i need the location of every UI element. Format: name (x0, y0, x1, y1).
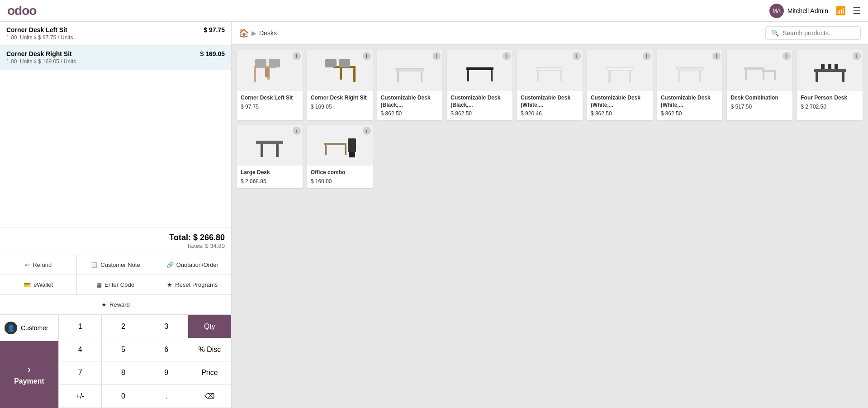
product-price: $ 97.75 (241, 104, 299, 110)
numpad-3[interactable]: 3 (145, 315, 188, 338)
customer-button[interactable]: 👤 Customer (0, 315, 58, 341)
breadcrumb-current: Desks (259, 29, 277, 37)
reward-button[interactable]: ★ Reward (0, 295, 231, 315)
svg-rect-34 (821, 64, 825, 69)
product-info-icon[interactable]: i (503, 52, 511, 60)
svg-rect-28 (745, 70, 747, 80)
enter-code-label: Enter Code (104, 281, 134, 288)
numpad-7[interactable]: 7 (59, 361, 102, 384)
breadcrumb-bar: 🏠 ▶ Desks 🔍 (232, 22, 868, 45)
product-info-icon[interactable]: i (853, 52, 861, 60)
product-name: Customizable Desk (White,... (591, 95, 649, 109)
product-card[interactable]: i Large Desk $ 2,068.85 (237, 125, 303, 188)
numpad-qty[interactable]: Qty (188, 315, 231, 338)
reset-programs-button[interactable]: ★ Reset Programs (154, 275, 231, 295)
svg-rect-24 (678, 70, 680, 82)
user-name: Mitchell Admin (787, 7, 828, 14)
numpad-8[interactable]: 8 (102, 361, 145, 384)
numpad-plusminus[interactable]: +/- (59, 384, 102, 408)
product-info-icon[interactable]: i (643, 52, 651, 60)
svg-rect-9 (325, 59, 337, 67)
order-lines: Corner Desk Left Sit $ 97.75 1.00 Units … (0, 22, 231, 227)
product-info-icon[interactable]: i (293, 52, 301, 60)
product-card[interactable]: i Customizable Desk (Black,... $ 862.50 (377, 50, 443, 120)
numpad-backspace[interactable]: ⌫ (188, 384, 231, 408)
svg-rect-41 (325, 145, 327, 155)
note-icon: 📋 (90, 261, 98, 268)
svg-rect-30 (774, 72, 776, 80)
numpad-6[interactable]: 6 (145, 338, 188, 361)
enter-code-button[interactable]: ▦ Enter Code (77, 275, 154, 295)
product-price: $ 862.50 (661, 110, 719, 117)
quotation-label: Quotation/Order (176, 261, 218, 268)
reward-icon: ★ (101, 301, 107, 308)
order-line[interactable]: Corner Desk Right Sit $ 169.05 1.00 Unit… (0, 46, 231, 70)
product-price: $ 920.46 (521, 110, 579, 117)
svg-rect-42 (345, 145, 346, 155)
numpad-dot[interactable]: . (145, 384, 188, 408)
order-line[interactable]: Corner Desk Left Sit $ 97.75 1.00 Units … (0, 22, 231, 46)
numpad-2[interactable]: 2 (102, 315, 145, 338)
svg-rect-33 (842, 72, 844, 82)
left-panel: Corner Desk Left Sit $ 97.75 1.00 Units … (0, 22, 232, 408)
reset-icon: ★ (167, 281, 172, 288)
numpad-price[interactable]: Price (188, 361, 231, 384)
svg-rect-27 (762, 70, 776, 72)
product-card[interactable]: i Office combo $ 160.00 (307, 125, 373, 188)
topbar-right: MA Mitchell Admin 📶 ☰ (769, 4, 861, 18)
product-name: Corner Desk Right Sit (311, 95, 369, 102)
hamburger-menu-icon[interactable]: ☰ (853, 5, 861, 16)
product-card[interactable]: i Customizable Desk (White,... $ 862.50 (657, 50, 723, 120)
ewallet-icon: 💳 (24, 281, 31, 288)
ewallet-label: eWallet (33, 281, 53, 288)
order-line-subtotal: $ 169.05 (200, 50, 225, 57)
numpad-0[interactable]: 0 (102, 384, 145, 408)
svg-rect-26 (744, 67, 764, 70)
home-icon[interactable]: 🏠 (239, 28, 249, 38)
product-card[interactable]: i Four Person Desk $ 2,702.50 (797, 50, 863, 120)
search-box[interactable]: 🔍 (765, 26, 861, 40)
product-name: Customizable Desk (White,... (521, 95, 579, 109)
product-info-icon[interactable]: i (363, 127, 371, 135)
product-name: Customizable Desk (Black,... (381, 95, 439, 109)
product-info-icon[interactable]: i (573, 52, 581, 60)
refund-button[interactable]: ↩ Refund (0, 255, 77, 275)
numpad-5[interactable]: 5 (102, 338, 145, 361)
numpad-disc[interactable]: % Disc (188, 338, 231, 361)
product-card[interactable]: i Customizable Desk (White,... $ 920.46 (517, 50, 583, 120)
customer-avatar-icon: 👤 (5, 322, 17, 334)
ewallet-button[interactable]: 💳 eWallet (0, 275, 77, 295)
product-card[interactable]: i Customizable Desk (White,... $ 862.50 (587, 50, 653, 120)
quotation-order-button[interactable]: 🔗 Quotation/Order (154, 255, 231, 275)
product-card[interactable]: i Desk Combination $ 517.50 (727, 50, 792, 120)
order-line-subtotal: $ 97.75 (204, 26, 225, 33)
product-info-icon[interactable]: i (363, 52, 371, 60)
svg-rect-40 (324, 143, 346, 145)
svg-rect-4 (255, 59, 266, 67)
product-name: Customizable Desk (Black,... (451, 95, 509, 109)
order-line-name: Corner Desk Right Sit (6, 50, 72, 57)
svg-rect-2 (254, 68, 256, 82)
svg-rect-13 (421, 71, 422, 82)
payment-button[interactable]: › Payment (0, 341, 58, 408)
payment-label: Payment (14, 377, 44, 385)
svg-rect-31 (814, 69, 846, 72)
svg-rect-35 (828, 64, 831, 69)
product-price: $ 2,702.50 (801, 104, 859, 110)
product-card[interactable]: i Corner Desk Right Sit $ 169.05 (307, 50, 373, 120)
refund-icon: ↩ (25, 261, 30, 268)
search-input[interactable] (783, 29, 855, 37)
user-menu[interactable]: MA Mitchell Admin (769, 4, 828, 18)
numpad-1[interactable]: 1 (59, 315, 102, 338)
product-info-icon[interactable]: i (293, 127, 301, 135)
product-card[interactable]: i Corner Desk Left Sit $ 97.75 (237, 50, 303, 120)
svg-rect-12 (397, 71, 399, 82)
product-card[interactable]: i Customizable Desk (Black,... $ 862.50 (447, 50, 512, 120)
total-section: Total: $ 266.80 Taxes: $ 34.80 (0, 227, 231, 255)
numpad-9[interactable]: 9 (145, 361, 188, 384)
customer-note-button[interactable]: 📋 Customer Note (77, 255, 154, 275)
numpad-4[interactable]: 4 (59, 338, 102, 361)
product-name: Office combo (311, 169, 369, 176)
payment-chevron-icon: › (28, 364, 31, 375)
svg-rect-32 (816, 72, 818, 82)
